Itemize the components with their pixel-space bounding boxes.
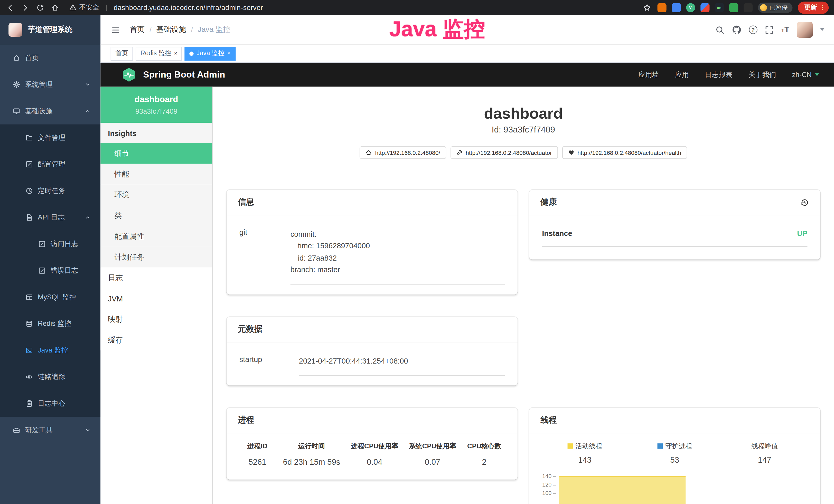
sba-item-metrics[interactable]: 性能	[101, 164, 212, 185]
star-icon[interactable]	[642, 3, 652, 12]
back-icon[interactable]	[5, 3, 15, 12]
sidebar-item-home[interactable]: 首页	[0, 45, 101, 71]
font-size-icon[interactable]: TT	[781, 25, 789, 34]
breadcrumb-infra[interactable]: 基础设施	[156, 25, 186, 34]
status-badge: UP	[797, 229, 807, 238]
update-button[interactable]: 更新 ⋮	[798, 1, 829, 14]
admin-sidebar: 芋道管理系统 首页 系统管理 基础设施 文件管理	[0, 15, 101, 504]
page-subtitle: Id: 93a3fc7f7409	[226, 125, 820, 135]
sidebar-item-files[interactable]: 文件管理	[0, 124, 101, 151]
extension-icon[interactable]	[729, 3, 738, 12]
table-icon	[25, 294, 33, 301]
history-icon[interactable]	[800, 198, 809, 207]
nav-item-applications[interactable]: 应用	[675, 70, 689, 79]
security-indicator[interactable]: 不安全	[69, 3, 99, 12]
threads-legend: 活动线程 守护进程 线程峰值	[540, 442, 810, 464]
sba-item-classes[interactable]: 类	[101, 205, 212, 226]
extension-icon[interactable]	[700, 3, 709, 12]
forward-icon[interactable]	[20, 3, 30, 12]
chevron-down-icon	[85, 82, 91, 88]
sidebar-item-mysql[interactable]: MySQL 监控	[0, 284, 101, 311]
proxy-on-icon[interactable]: on	[715, 3, 724, 12]
kebab-menu-icon[interactable]: ⋮	[819, 4, 826, 11]
extension-icon[interactable]	[672, 3, 680, 12]
sidebar-item-error-log[interactable]: 错误日志	[0, 257, 101, 284]
endpoint-health-url[interactable]: http://192.168.0.2:48080/actuator/health	[562, 146, 687, 159]
sba-item-caches[interactable]: 缓存	[101, 330, 212, 350]
tab-home[interactable]: 首页	[111, 46, 133, 60]
sidebar-item-config[interactable]: 配置管理	[0, 151, 101, 178]
sidebar-item-tracing[interactable]: 链路追踪	[0, 364, 101, 390]
sidebar-item-system[interactable]: 系统管理	[0, 71, 101, 98]
search-icon[interactable]	[715, 25, 724, 35]
row-value: commit: time: 1596289704000 id: 27aa832 …	[290, 221, 505, 285]
sba-item-environment[interactable]: 环境	[101, 185, 212, 205]
legend-daemon-threads: 守护进程	[630, 442, 720, 451]
sidebar-item-dev-tools[interactable]: 研发工具	[0, 417, 101, 444]
row-label: Instance	[542, 229, 572, 238]
tab-java-monitor[interactable]: Java 监控 ×	[185, 46, 236, 60]
document-icon	[38, 240, 46, 248]
language-selector[interactable]: zh-CN	[792, 71, 819, 78]
nav-item-wallboard[interactable]: 应用墙	[638, 70, 659, 79]
extension-icon[interactable]	[743, 3, 752, 12]
terminal-icon	[25, 347, 33, 354]
card-title: 进程	[238, 415, 254, 426]
legend-swatch	[568, 444, 573, 449]
endpoint-actuator-url[interactable]: http://192.168.0.2:48080/actuator	[450, 146, 557, 159]
breadcrumb-current: Java 监控	[198, 25, 231, 34]
instance-name: dashboard	[105, 95, 208, 104]
edit-icon	[25, 160, 33, 168]
dashboard-icon	[13, 54, 20, 62]
url-bar[interactable]: dashboard.yudao.iocoder.cn/infra/admin-s…	[114, 3, 263, 11]
y-axis-tick: 100	[540, 489, 556, 496]
sidebar-item-log-center[interactable]: 日志中心	[0, 390, 101, 417]
instance-header[interactable]: dashboard 93a3fc7f7409	[101, 87, 212, 123]
threads-chart: 140 120 100	[540, 473, 810, 504]
document-icon	[25, 214, 33, 221]
breadcrumb-home[interactable]: 首页	[130, 25, 145, 34]
chevron-down-icon[interactable]	[820, 28, 825, 31]
page-title: dashboard	[226, 105, 820, 122]
home-icon[interactable]	[50, 3, 60, 12]
github-icon[interactable]	[732, 24, 741, 35]
sba-item-details[interactable]: 细节	[101, 143, 212, 164]
hamburger-icon[interactable]	[111, 25, 120, 35]
sba-item-logs[interactable]: 日志	[101, 268, 212, 288]
extension-icon[interactable]	[657, 3, 666, 12]
nav-item-journal[interactable]: 日志报表	[705, 70, 732, 79]
nav-item-about[interactable]: 关于我们	[748, 70, 776, 79]
sidebar-item-jobs[interactable]: 定时任务	[0, 178, 101, 204]
legend-value: 147	[720, 455, 810, 464]
cell-value: 5261	[237, 453, 278, 473]
sidebar-item-infra[interactable]: 基础设施	[0, 98, 101, 124]
endpoint-service-url[interactable]: http://192.168.0.2:48080/	[359, 146, 446, 159]
close-icon[interactable]: ×	[174, 51, 177, 56]
sba-item-jvm[interactable]: JVM	[101, 288, 212, 309]
y-axis-tick: 120	[540, 481, 556, 487]
sba-item-mappings[interactable]: 映射	[101, 309, 212, 330]
profile-paused-badge[interactable]: 已暂停	[758, 2, 793, 12]
user-avatar[interactable]	[797, 22, 813, 38]
row-label: startup	[239, 347, 299, 376]
sidebar-item-access-log[interactable]: 访问日志	[0, 231, 101, 257]
wrench-icon	[456, 150, 463, 156]
help-icon[interactable]: ?	[749, 25, 757, 33]
sidebar-logo[interactable]: 芋道管理系统	[0, 15, 101, 45]
sidebar-item-redis[interactable]: Redis 监控	[0, 311, 101, 337]
close-icon[interactable]: ×	[227, 51, 231, 56]
cell-value: 0.04	[346, 453, 403, 473]
fullscreen-icon[interactable]	[765, 25, 774, 35]
chevron-down-icon	[85, 427, 91, 433]
profile-avatar-icon	[760, 4, 767, 11]
legend-peak-threads: 线程峰值	[720, 442, 810, 451]
sba-brand[interactable]: Spring Boot Admin	[121, 67, 225, 83]
sidebar-item-java-monitor[interactable]: Java 监控	[0, 337, 101, 364]
tab-redis-monitor[interactable]: Redis 监控 ×	[136, 46, 182, 60]
process-card: 进程 进程ID 运行时间 进程CPU使用率 系统CPU使用率 CPU核心数 52…	[226, 408, 518, 480]
sba-item-scheduled-tasks[interactable]: 计划任务	[101, 247, 212, 268]
sba-item-config-props[interactable]: 配置属性	[101, 226, 212, 247]
reload-icon[interactable]	[35, 3, 45, 12]
sidebar-item-api-log[interactable]: API 日志	[0, 204, 101, 231]
vue-devtools-icon[interactable]: V	[686, 3, 695, 12]
